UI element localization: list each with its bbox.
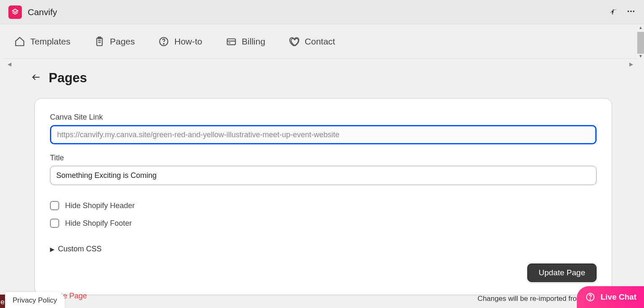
- title-input[interactable]: [50, 166, 597, 185]
- chat-help-icon: [585, 292, 595, 302]
- nav-item-templates[interactable]: Templates: [14, 36, 71, 47]
- vertical-scroll-thumb[interactable]: [637, 32, 644, 54]
- card-icon: [226, 36, 237, 47]
- hide-header-row: Hide Shopify Header: [50, 201, 597, 210]
- help-icon: [158, 36, 169, 47]
- heart-icon: [289, 36, 300, 47]
- form-group-canva-link: Canva Site Link: [50, 113, 597, 144]
- app-logo-icon: [8, 5, 22, 19]
- back-arrow-icon[interactable]: [31, 72, 41, 84]
- nav-item-billing[interactable]: Billing: [226, 36, 265, 47]
- hide-header-checkbox[interactable]: [50, 201, 59, 210]
- svg-rect-9: [227, 39, 236, 44]
- app-title: Canvify: [28, 7, 57, 17]
- svg-point-8: [163, 43, 164, 44]
- app-bar-left: Canvify: [8, 5, 57, 19]
- hide-header-label: Hide Shopify Header: [65, 201, 135, 210]
- scroll-left-icon[interactable]: ◀: [8, 61, 11, 67]
- nav-item-pages[interactable]: Pages: [94, 36, 135, 47]
- home-icon: [14, 36, 25, 47]
- more-icon[interactable]: [626, 7, 636, 18]
- live-chat-button[interactable]: Live Chat: [577, 286, 644, 308]
- reimport-note: Changes will be re-imported from: [478, 295, 583, 303]
- scroll-right-icon[interactable]: ▶: [629, 61, 633, 67]
- checkbox-group: Hide Shopify Header Hide Shopify Footer: [50, 201, 597, 228]
- card-footer: Update Page: [50, 264, 597, 282]
- main-area: Pages Canva Site Link Title Hide Shopify…: [3, 70, 637, 295]
- nav-label: Pages: [110, 37, 135, 47]
- nav-item-contact[interactable]: Contact: [289, 36, 335, 47]
- nav-label: Contact: [305, 37, 335, 47]
- app-bar: Canvify: [0, 0, 644, 24]
- title-label: Title: [50, 154, 597, 162]
- scroll-down-icon[interactable]: ▼: [637, 54, 644, 60]
- pin-icon[interactable]: [609, 8, 616, 17]
- hide-footer-label: Hide Shopify Footer: [65, 219, 132, 228]
- nav-label: Templates: [30, 37, 71, 47]
- custom-css-label: Custom CSS: [58, 245, 102, 253]
- nav-label: How-to: [174, 37, 202, 47]
- update-page-button[interactable]: Update Page: [527, 264, 597, 282]
- svg-point-2: [633, 10, 635, 12]
- nav-item-howto[interactable]: How-to: [158, 36, 202, 47]
- scroll-up-icon[interactable]: ▲: [637, 25, 644, 32]
- privacy-policy-link[interactable]: Privacy Policy: [5, 292, 65, 308]
- horizontal-scroll-bar[interactable]: ◀ ▶: [3, 59, 637, 70]
- custom-css-toggle[interactable]: ▶ Custom CSS: [50, 245, 597, 253]
- nav-menu: Templates Pages How-to Billing Contact: [3, 24, 637, 59]
- page-form-card: Canva Site Link Title Hide Shopify Heade…: [34, 98, 612, 295]
- caret-right-icon: ▶: [50, 246, 55, 253]
- canva-link-input[interactable]: [50, 125, 597, 144]
- svg-point-14: [590, 299, 591, 300]
- form-group-title: Title: [50, 154, 597, 185]
- page-header: Pages: [31, 70, 612, 86]
- live-chat-label: Live Chat: [600, 292, 636, 302]
- svg-point-1: [630, 10, 632, 12]
- clipboard-icon: [94, 36, 105, 47]
- nav-label: Billing: [242, 37, 265, 47]
- svg-point-0: [628, 10, 629, 12]
- hide-footer-checkbox[interactable]: [50, 219, 59, 228]
- canva-link-label: Canva Site Link: [50, 113, 597, 122]
- page-title: Pages: [49, 70, 87, 86]
- app-bar-right: [609, 7, 636, 18]
- corner-indicator: e: [0, 295, 5, 308]
- hide-footer-row: Hide Shopify Footer: [50, 219, 597, 228]
